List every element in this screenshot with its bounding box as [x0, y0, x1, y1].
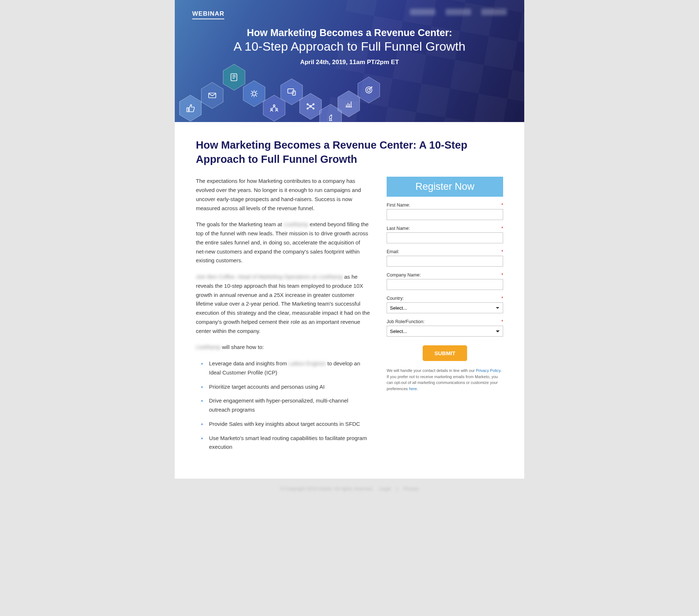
paragraph-2: The goals for the Marketing team at Live… [196, 220, 371, 265]
svg-point-12 [313, 108, 314, 109]
last-name-input[interactable] [387, 232, 503, 243]
redacted-vendor: Lattice Engines [288, 360, 326, 366]
country-select[interactable]: Select... [387, 302, 503, 313]
book-icon [222, 63, 246, 91]
hexagon-icon-row [175, 71, 524, 122]
hero-date: April 24th, 2019, 11am PT/2pm ET [192, 59, 507, 66]
company-input[interactable] [387, 279, 503, 290]
job-role-select[interactable]: Select... [387, 326, 503, 337]
first-name-input[interactable] [387, 209, 503, 220]
benefits-list: Leverage data and insights from Lattice … [196, 359, 371, 452]
envelope-icon [200, 82, 224, 109]
svg-point-10 [313, 103, 314, 105]
redacted-speaker: Join Ben Coffee, Head of Marketing Opera… [196, 274, 343, 280]
registration-form: Register Now First Name:* Last Name:* Em… [387, 177, 503, 457]
page-heading: How Marketing Becomes a Revenue Center: … [196, 138, 503, 166]
hero-partner-logos [410, 9, 507, 15]
company-label: Company Name:* [387, 272, 503, 278]
list-item: Prioritize target accounts and personas … [201, 382, 371, 392]
landing-card: WEBINAR How Marketing Becomes a Revenue … [175, 0, 524, 479]
list-item: Drive engagement with hyper-personalized… [201, 396, 371, 415]
page-footer: © Copyright 2019 Adobe. All rights reser… [175, 479, 524, 502]
paragraph-1: The expectations for how Marketing contr… [196, 177, 371, 213]
partner-logo-3 [481, 9, 507, 15]
country-label: Country:* [387, 296, 503, 301]
svg-rect-6 [288, 89, 294, 93]
first-name-label: First Name:* [387, 203, 503, 208]
svg-point-9 [307, 103, 308, 105]
hero-title-line-1: How Marketing Becomes a Revenue Center: [192, 27, 507, 39]
svg-point-3 [273, 105, 275, 107]
paragraph-4: LiveRamp will share how to: [196, 343, 371, 352]
list-item: Use Marketo's smart lead routing capabil… [201, 434, 371, 452]
thumbs-up-icon [178, 94, 202, 122]
partner-logo-1 [410, 9, 435, 15]
email-label: Email:* [387, 249, 503, 254]
devices-icon [280, 78, 304, 106]
svg-point-13 [331, 115, 332, 115]
svg-point-14 [366, 87, 372, 93]
footer-privacy-link: Privacy [403, 486, 419, 491]
svg-point-11 [307, 108, 308, 109]
network-icon [299, 93, 323, 120]
bar-chart-icon [337, 90, 361, 118]
hero-title-line-2: A 10-Step Approach to Full Funnel Growth [192, 39, 507, 54]
redacted-company-2: LiveRamp [196, 344, 221, 350]
privacy-policy-link[interactable]: Privacy Policy [476, 368, 501, 373]
submit-button[interactable]: SUBMIT [423, 345, 467, 361]
svg-rect-1 [209, 93, 216, 98]
last-name-label: Last Name:* [387, 226, 503, 231]
email-input[interactable] [387, 256, 503, 267]
svg-rect-2 [253, 92, 256, 95]
list-item: Leverage data and insights from Lattice … [201, 359, 371, 377]
register-now-header: Register Now [387, 177, 503, 197]
footer-legal-link: Legal [379, 486, 391, 491]
svg-point-5 [276, 108, 278, 110]
target-icon [357, 76, 381, 104]
content-area: How Marketing Becomes a Revenue Center: … [175, 122, 524, 479]
list-item: Provide Sales with key insights about ta… [201, 420, 371, 429]
footer-copyright: © Copyright 2019 Adobe. All rights reser… [280, 486, 374, 491]
svg-point-8 [310, 106, 312, 107]
svg-point-15 [367, 89, 371, 92]
paragraph-3: Join Ben Coffee, Head of Marketing Opera… [196, 272, 371, 336]
expand-icon [242, 80, 266, 107]
chess-icon [319, 103, 343, 122]
webinar-tag: WEBINAR [192, 10, 224, 19]
job-role-label: Job Role/Function:* [387, 319, 503, 324]
article-body: The expectations for how Marketing contr… [196, 177, 371, 457]
privacy-disclaimer: We will handle your contact details in l… [387, 368, 503, 392]
partner-logo-2 [446, 9, 471, 15]
people-icon [262, 94, 286, 122]
redacted-company-1: LiveRamp [284, 221, 308, 227]
preferences-link[interactable]: here [409, 387, 417, 391]
hero-banner: WEBINAR How Marketing Becomes a Revenue … [175, 0, 524, 122]
svg-rect-7 [292, 91, 295, 95]
svg-point-4 [271, 108, 273, 110]
